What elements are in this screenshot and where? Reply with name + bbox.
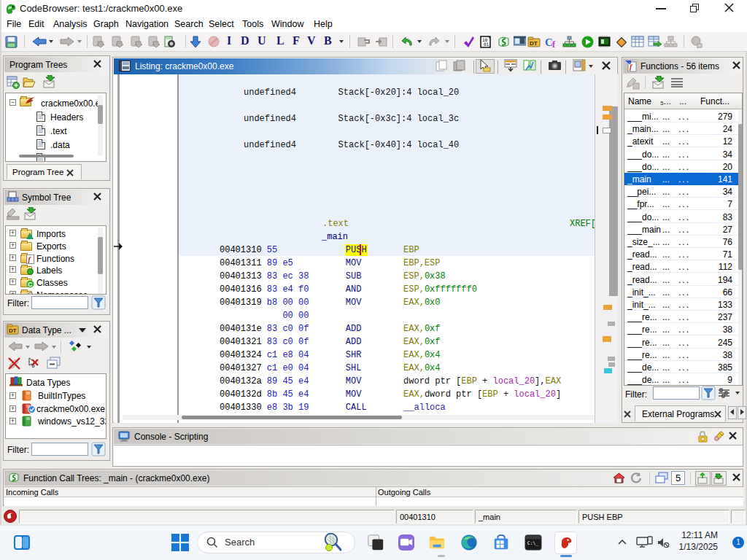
svg-text:(): (): [28, 293, 32, 295]
svg-text:DT: DT: [9, 327, 17, 334]
svg-text:C: C: [28, 281, 33, 288]
svg-text:DT: DT: [530, 40, 538, 47]
svg-text:01: 01: [484, 42, 489, 47]
svg-text:C:\_: C:\_: [527, 540, 539, 546]
svg-text:f: f: [552, 39, 556, 48]
